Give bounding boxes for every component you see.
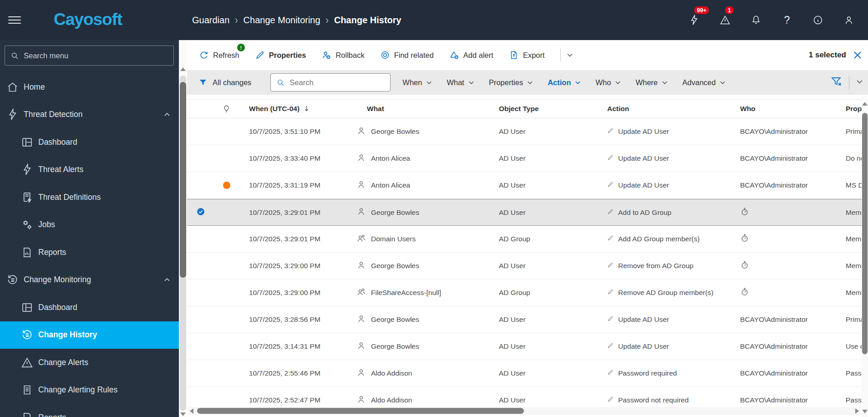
row-what[interactable]: Aldo Addison — [371, 369, 412, 377]
row-when: 10/7/2025, 3:29:01 PM — [249, 208, 320, 217]
sidebar-item-reports[interactable]: Reports — [0, 404, 179, 417]
sidebar-item-change-monitoring[interactable]: Change Monitoring — [0, 266, 179, 294]
row-what[interactable]: George Bowles — [371, 127, 419, 136]
chevron-up-icon[interactable] — [163, 276, 171, 284]
sidebar-item-dashboard[interactable]: Dashboard — [0, 128, 179, 156]
scroll-down-icon[interactable] — [862, 410, 868, 413]
home-icon — [6, 81, 19, 93]
sidebar-item-label: Change Monitoring — [24, 275, 91, 285]
sidebar-item-dashboard[interactable]: Dashboard — [0, 294, 179, 321]
row-object-type: AD User — [499, 127, 526, 136]
export-button[interactable]: Export — [509, 50, 545, 60]
threat-alerts-icon[interactable]: 99+ — [679, 0, 710, 40]
change-alerts-icon[interactable]: 1 — [710, 0, 741, 40]
filter-dropdown-when[interactable]: When — [402, 78, 432, 87]
filter-dropdown-advanced[interactable]: Advanced — [682, 78, 726, 87]
chevron-up-icon[interactable] — [163, 111, 171, 118]
filter-search-input[interactable] — [289, 78, 385, 87]
sidebar-item-threat-definitions[interactable]: Threat Definitions — [0, 183, 179, 211]
scroll-right-icon[interactable] — [855, 408, 859, 414]
table-row[interactable]: 10/7/2025, 3:33:40 PM Anton Alicea AD Us… — [187, 145, 862, 172]
sidebar-item-threat-detection[interactable]: Threat Detection — [0, 101, 179, 129]
row-what[interactable]: Anton Alicea — [371, 154, 410, 163]
scroll-left-icon[interactable] — [190, 408, 193, 414]
column-header-properties[interactable]: Prop — [840, 105, 862, 113]
sidebar-item-change-history[interactable]: Change History — [0, 321, 179, 349]
row-what[interactable]: George Bowles — [371, 342, 419, 351]
row-what[interactable]: George Bowles — [371, 315, 419, 324]
scroll-up-icon[interactable] — [862, 102, 868, 106]
table-row[interactable]: 10/7/2025, 3:31:19 PM Anton Alicea AD Us… — [187, 172, 862, 199]
row-what[interactable]: Aldo Addison — [371, 396, 412, 404]
row-action: Password required — [618, 369, 677, 377]
user-account-icon[interactable] — [833, 0, 864, 40]
row-what[interactable]: George Bowles — [371, 208, 419, 217]
table-row[interactable]: 10/7/2025, 3:29:00 PM George Bowles AD U… — [187, 253, 862, 280]
column-header-who[interactable]: Who — [734, 105, 840, 113]
sidebar-item-threat-alerts[interactable]: Threat Alerts — [0, 156, 179, 184]
column-header-what[interactable]: What — [350, 105, 489, 113]
row-object-type: AD User — [499, 396, 526, 404]
row-what[interactable]: FileShareAccess-[null] — [371, 289, 441, 297]
vertical-scrollbar-thumb[interactable] — [862, 113, 868, 354]
horizontal-scrollbar[interactable] — [188, 407, 861, 415]
sort-descending-icon[interactable] — [299, 104, 310, 114]
rollback-button[interactable]: Rollback — [321, 50, 364, 60]
column-header-when[interactable]: When (UTC-04) — [239, 104, 350, 114]
sidebar-item-change-alerts[interactable]: Change Alerts — [0, 349, 179, 376]
sidebar-scrollbar[interactable] — [179, 40, 187, 417]
sidebar-scrollbar-thumb[interactable] — [180, 82, 186, 278]
breadcrumb-section[interactable]: Change Monitoring — [244, 15, 320, 25]
find-related-button[interactable]: Find related — [380, 50, 434, 60]
table-row[interactable]: 10/7/2025, 2:55:46 PM Aldo Addison AD Us… — [187, 360, 862, 387]
row-action: Password not required — [618, 396, 689, 404]
selected-check-icon[interactable] — [196, 207, 205, 218]
filter-dropdown-properties[interactable]: Properties — [489, 78, 533, 87]
vertical-scrollbar[interactable] — [862, 99, 868, 417]
table-row[interactable]: 10/7/2025, 3:29:01 PM George Bowles AD U… — [187, 199, 862, 226]
hamburger-menu-icon[interactable] — [8, 14, 21, 25]
toolbar-overflow-button[interactable] — [566, 51, 574, 59]
column-header-object-type[interactable]: Object Type — [489, 105, 601, 113]
scroll-up-icon[interactable] — [180, 67, 186, 71]
breadcrumb-root[interactable]: Guardian — [192, 15, 229, 25]
filter-dropdown-where[interactable]: Where — [635, 78, 668, 87]
add-alert-button[interactable]: Add alert — [449, 50, 493, 60]
all-changes-filter[interactable]: All changes — [199, 78, 251, 87]
column-header-action[interactable]: Action — [601, 105, 734, 113]
info-icon[interactable] — [802, 0, 833, 40]
row-what[interactable]: Anton Alicea — [371, 181, 410, 189]
filter-dropdown-who[interactable]: Who — [595, 78, 621, 87]
refresh-button[interactable]: Refresh ! — [199, 50, 239, 60]
scroll-down-icon[interactable] — [180, 412, 186, 416]
filter-dropdown-action[interactable]: Action — [548, 78, 581, 87]
sidebar-item-jobs[interactable]: Jobs — [0, 211, 179, 239]
sidebar-menu: Home Threat Detection Dashboard Threat A… — [0, 73, 179, 417]
clear-filter-button[interactable] — [831, 76, 843, 89]
properties-button[interactable]: Properties — [255, 50, 306, 60]
filter-search[interactable] — [270, 73, 391, 92]
sidebar-item-reports[interactable]: Reports — [0, 239, 179, 266]
table-row[interactable]: 10/7/2025, 3:28:56 PM George Bowles AD U… — [187, 306, 862, 333]
filter-dropdown-what[interactable]: What — [447, 78, 475, 87]
help-icon[interactable]: ? — [772, 0, 802, 40]
sidebar-item-home[interactable]: Home — [0, 73, 179, 101]
clear-selection-icon[interactable] — [853, 51, 862, 59]
sidebar-search[interactable] — [5, 46, 174, 66]
table-row[interactable]: 10/7/2025, 3:51:10 PM George Bowles AD U… — [187, 118, 862, 145]
export-file-icon — [509, 50, 519, 60]
row-what[interactable]: Domain Users — [371, 235, 416, 243]
row-who: BCAYO\Administrator — [740, 369, 808, 377]
table-row[interactable]: 10/7/2025, 3:29:00 PM FileShareAccess-[n… — [187, 280, 862, 306]
sidebar-search-input[interactable] — [24, 51, 168, 60]
indicator-column-header[interactable] — [214, 105, 239, 113]
sidebar-item-change-alerting-rules[interactable]: Change Alerting Rules — [0, 376, 179, 404]
table-row[interactable]: 10/7/2025, 3:14:31 PM George Bowles AD U… — [187, 333, 862, 360]
filterbar-expand-button[interactable] — [856, 78, 863, 87]
row-what[interactable]: George Bowles — [371, 262, 419, 270]
brand-logo: Cayosoft — [54, 10, 122, 29]
row-properties: Use c — [846, 342, 862, 351]
horizontal-scrollbar-thumb[interactable] — [197, 408, 524, 414]
table-row[interactable]: 10/7/2025, 3:29:01 PM Domain Users AD Gr… — [187, 226, 862, 253]
notifications-bell-icon[interactable] — [741, 0, 772, 40]
